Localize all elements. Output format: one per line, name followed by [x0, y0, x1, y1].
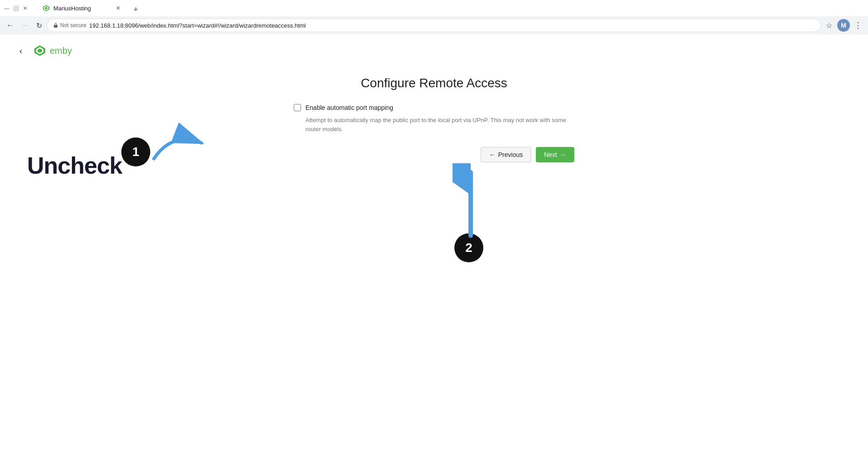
wizard-content: Configure Remote Access Enable automatic… — [0, 67, 868, 162]
tab-favicon — [43, 5, 50, 12]
url-text: 192.168.1.18:8096/web/index.html?start=w… — [89, 22, 306, 29]
form-section: Enable automatic port mapping Attempt to… — [294, 104, 574, 162]
title-bar: — ⬜ ✕ MariusHosting ✕ + — [0, 0, 868, 16]
next-button[interactable]: Next → — [536, 147, 574, 162]
previous-button[interactable]: ← Previous — [481, 147, 531, 162]
button-row: ← Previous Next → — [294, 147, 574, 162]
profile-avatar: M — [837, 19, 850, 32]
tab-bar: MariusHosting ✕ + — [33, 0, 146, 16]
tab-close-button[interactable]: ✕ — [114, 4, 122, 12]
close-button[interactable]: ✕ — [22, 5, 28, 11]
checkbox-row: Enable automatic port mapping — [294, 104, 574, 111]
emby-logo: emby — [33, 44, 72, 57]
minimize-button[interactable]: — — [4, 5, 10, 11]
address-bar[interactable]: Not secure 192.168.1.18:8096/web/index.h… — [47, 19, 821, 32]
page-header: ‹ emby — [0, 34, 868, 67]
emby-logo-text: emby — [50, 46, 72, 56]
next-label: Next — [544, 151, 557, 158]
arrow-2 — [453, 163, 489, 240]
previous-label: Previous — [498, 151, 523, 158]
help-text: Attempt to automatically map the public … — [305, 116, 574, 133]
page-content: ‹ emby Configure Remote Access Enable au… — [0, 34, 868, 449]
browser-menu-button[interactable]: ⋮ — [852, 19, 864, 32]
bookmark-button[interactable]: ☆ — [823, 19, 835, 32]
reload-button[interactable]: ↻ — [33, 19, 45, 32]
restore-button[interactable]: ⬜ — [13, 5, 19, 11]
new-tab-button[interactable]: + — [129, 3, 142, 16]
lock-icon — [53, 23, 58, 28]
active-tab[interactable]: MariusHosting ✕ — [37, 0, 128, 16]
window-controls: — ⬜ ✕ — [4, 5, 28, 11]
not-secure-indicator: Not secure — [53, 22, 86, 28]
forward-nav-button[interactable]: → — [18, 19, 31, 32]
prev-arrow-icon: ← — [489, 151, 496, 158]
page-back-button[interactable]: ‹ — [14, 43, 28, 58]
back-nav-button[interactable]: ← — [4, 19, 16, 32]
next-arrow-icon: → — [560, 151, 566, 158]
badge-2: 2 — [454, 233, 483, 262]
port-mapping-checkbox[interactable] — [294, 104, 301, 111]
browser-chrome: — ⬜ ✕ MariusHosting ✕ + ← → ↻ — [0, 0, 868, 34]
tab-title: MariusHosting — [53, 5, 91, 12]
wizard-title: Configure Remote Access — [361, 76, 507, 90]
emby-diamond-icon — [33, 44, 46, 57]
nav-bar: ← → ↻ Not secure 192.168.1.18:8096/web/i… — [0, 16, 868, 34]
checkbox-label: Enable automatic port mapping — [305, 104, 393, 111]
